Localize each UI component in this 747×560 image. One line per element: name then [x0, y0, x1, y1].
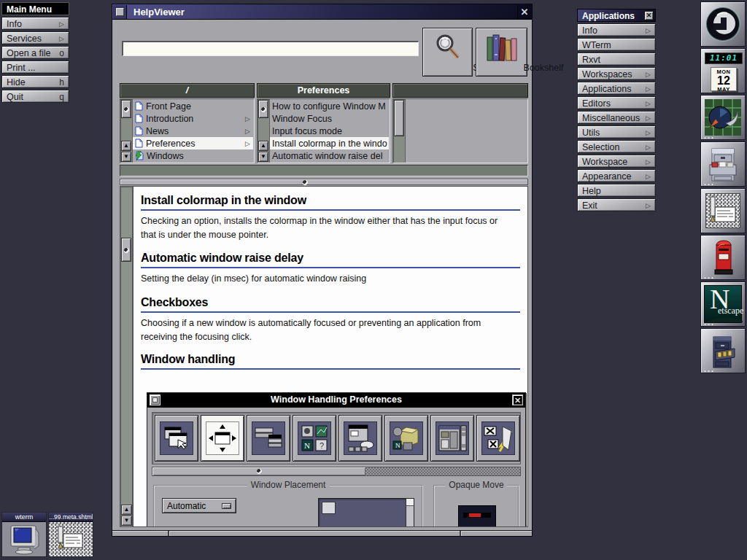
dock-tile-file-cabinet[interactable]: ... — [700, 141, 746, 187]
apps-item-utils[interactable]: Utils▷ — [577, 125, 656, 139]
bookshelf-button[interactable]: Bookshelf — [476, 28, 527, 77]
embedded-miniaturize-button — [150, 394, 160, 405]
scrollbar-knob[interactable] — [121, 238, 131, 262]
scroll-down-button[interactable]: ▼ — [258, 152, 268, 162]
dock-tile-text-editor[interactable] — [700, 188, 746, 233]
content-scrollbar[interactable]: ▲ ▼ — [120, 186, 133, 527]
apps-item-wterm[interactable]: WTerm — [577, 38, 656, 51]
dock-tile-mail-postbox[interactable]: ... — [700, 235, 746, 280]
browser-status-bar — [120, 165, 528, 176]
scrollbar-knob[interactable] — [394, 100, 404, 136]
main-menu: Main Menu Info▷ Services▷ Open a fileo P… — [1, 2, 69, 103]
browser-horizontal-scrollbar[interactable] — [120, 179, 528, 185]
handling-tab-icon — [206, 422, 239, 454]
miniwindow-wterm[interactable]: wterm — [1, 512, 47, 557]
opaque-move-preview — [458, 505, 496, 527]
main-menu-title[interactable]: Main Menu — [1, 2, 69, 15]
browser-item-preferences-selected[interactable]: Preferences ▷ — [133, 137, 253, 149]
browser-item-input-focus-mode[interactable]: Input focus mode — [270, 125, 389, 137]
scrollbar-knob[interactable] — [258, 100, 268, 118]
dock-tile-clock[interactable]: 11:01 MON 12 MAY — [700, 48, 746, 93]
apps-item-workspaces[interactable]: Workspaces▷ — [577, 67, 656, 80]
up-arrow-icon: ▲ — [260, 142, 266, 149]
down-arrow-icon: ▼ — [124, 517, 130, 524]
scroll-up-button[interactable]: ▲ — [258, 141, 268, 151]
search-button[interactable]: Search — [422, 28, 473, 77]
help-content-pane: Install colormap in the window Checking … — [133, 186, 528, 527]
browser-item-install-colormap-selected[interactable]: Install colormap in the windo — [270, 137, 389, 149]
column3-scrollbar[interactable] — [393, 99, 406, 163]
apps-item-workspace[interactable]: Workspace▷ — [577, 155, 656, 168]
apps-item-appearance[interactable]: Appearance▷ — [577, 169, 656, 182]
menu-item-hide[interactable]: Hideh — [1, 75, 69, 88]
list-tab-icon — [252, 422, 285, 454]
up-arrow-icon: ▲ — [124, 506, 130, 513]
apps-item-miscellaneous[interactable]: Miscellaneous▷ — [577, 111, 656, 124]
submenu-arrow-icon: ▷ — [59, 35, 64, 42]
calendar-month: MAY — [711, 86, 736, 93]
close-button[interactable]: ✕ — [517, 5, 531, 19]
menu-close-button[interactable]: ✕ — [644, 11, 654, 20]
tab-window-focus — [155, 415, 198, 462]
submenu-arrow-icon: ▷ — [646, 100, 651, 107]
apps-item-applications[interactable]: Applications▷ — [577, 82, 656, 95]
knob-dimple-icon — [124, 107, 129, 112]
scrollbar-knob — [152, 467, 365, 475]
miniwindow-meta-shtml[interactable]: ...99.meta.shtml — [48, 512, 93, 557]
scrollbar-trough — [365, 467, 520, 475]
submenu-arrow-icon: ▷ — [646, 202, 651, 209]
scroll-down-button[interactable]: ▼ — [121, 516, 132, 526]
browser-item-automatic-window-raise[interactable]: Automatic window raise del — [270, 149, 389, 162]
menu-item-open-a-file[interactable]: Open a fileo — [1, 46, 69, 59]
svg-text:N: N — [304, 441, 310, 450]
apps-item-info[interactable]: Info▷ — [577, 23, 656, 36]
browser-item-windows[interactable]: Windows — [133, 149, 253, 162]
resize-bar[interactable] — [112, 530, 532, 536]
browser-item-how-to-configure[interactable]: How to configure Window M — [270, 100, 389, 112]
apps-item-selection[interactable]: Selection▷ — [577, 140, 656, 153]
dock-tile-draw-app[interactable]: ... — [700, 95, 746, 140]
browser-column1: ▲ ▼ Front Page Introduction ▷ News ▷ — [120, 98, 255, 163]
browser-item-front-page[interactable]: Front Page — [133, 100, 253, 112]
tab-window-list — [247, 415, 290, 462]
document-icon — [135, 126, 143, 136]
submenu-arrow-icon: ▷ — [245, 128, 253, 135]
menu-item-quit[interactable]: Quitq — [1, 90, 69, 103]
close-icon: ✕ — [518, 5, 531, 19]
scroll-up-button[interactable]: ▲ — [121, 505, 132, 515]
apps-item-rxvt[interactable]: Rxvt — [577, 52, 656, 66]
section-heading: Checkboxes — [141, 295, 520, 313]
scroll-up-button[interactable]: ▲ — [121, 141, 131, 151]
menu-item-info[interactable]: Info▷ — [1, 17, 69, 30]
browser-item-news[interactable]: News ▷ — [133, 125, 253, 137]
scrollbar-knob[interactable] — [121, 100, 131, 118]
applications-menu-title[interactable]: Applications ✕ — [577, 9, 656, 22]
dock-tile-gnustep[interactable] — [700, 1, 746, 47]
column1-scrollbar[interactable]: ▲ ▼ — [120, 99, 133, 163]
browser-column3 — [392, 98, 528, 163]
search-input[interactable] — [122, 41, 419, 56]
menu-item-print[interactable]: Print ... — [1, 61, 69, 74]
browser-item-window-focus[interactable]: Window Focus — [270, 112, 389, 125]
tab-miscellaneous: N — [384, 415, 428, 462]
down-arrow-icon: ▼ — [123, 153, 129, 160]
browser-item-introduction[interactable]: Introduction ▷ — [133, 112, 253, 125]
knob-dimple-icon — [261, 107, 266, 112]
apps-item-editors[interactable]: Editors▷ — [577, 96, 656, 109]
helpviewer-titlebar[interactable]: HelpViewer ✕ — [112, 4, 532, 20]
menu-item-services[interactable]: Services▷ — [1, 31, 69, 44]
column2-scrollbar[interactable]: ▲ ▼ — [258, 99, 270, 163]
svg-text:N: N — [395, 442, 400, 449]
scroll-down-button[interactable]: ▼ — [121, 152, 131, 162]
dock-tile-netscape[interactable]: N etscape ... — [700, 281, 746, 327]
apps-item-help[interactable]: Help — [577, 184, 656, 197]
resize-notch — [460, 531, 461, 536]
apps-item-exit[interactable]: Exit▷ — [577, 198, 656, 211]
section-heading: Window handling — [141, 352, 520, 370]
submenu-arrow-icon: ▷ — [646, 114, 651, 122]
digital-clock: 11:01 — [705, 52, 743, 64]
miniaturize-button[interactable] — [113, 5, 127, 19]
knob-dimple-icon — [124, 248, 129, 253]
calendar: MON 12 MAY — [711, 67, 737, 91]
dock-tile-archive-cabinet[interactable]: ... — [700, 328, 746, 373]
